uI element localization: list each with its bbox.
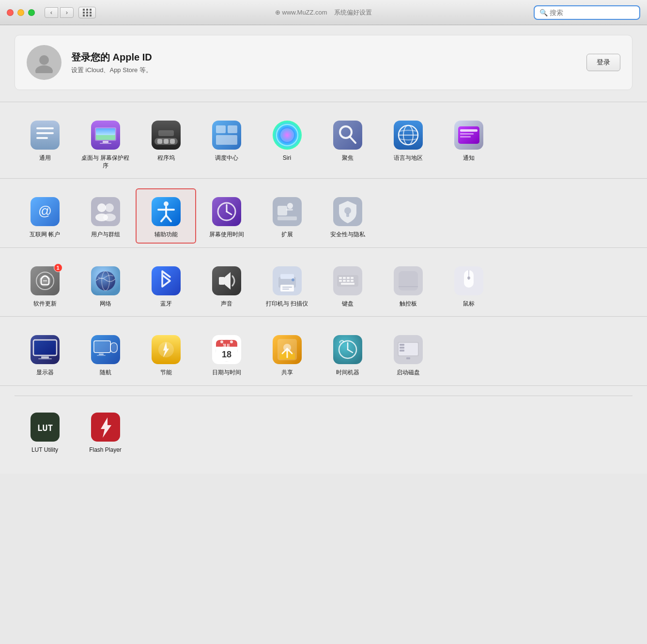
icon-wrapper-mission-control — [211, 120, 242, 151]
apple-id-subtitle: 设置 iCloud、App Store 等。 — [71, 66, 152, 75]
svg-rect-88 — [347, 280, 350, 282]
icon-item-energy[interactable]: 节能 — [136, 326, 196, 382]
icon-item-flash-player[interactable]: Flash Player — [75, 404, 136, 459]
svg-text:JUL: JUL — [222, 343, 231, 349]
back-button[interactable]: ‹ — [45, 7, 58, 18]
svg-rect-34 — [458, 126, 479, 144]
icon-item-siri[interactable]: Siri — [257, 112, 317, 174]
maximize-button[interactable] — [28, 9, 35, 16]
icon-wrapper-keyboard — [332, 265, 363, 296]
svg-rect-109 — [97, 355, 106, 356]
minimize-button[interactable] — [17, 9, 24, 16]
svg-rect-78 — [282, 287, 292, 288]
svg-rect-62 — [346, 213, 349, 217]
icon-wrapper-extensions — [272, 196, 303, 227]
forward-button[interactable]: › — [60, 7, 74, 18]
svg-rect-79 — [282, 289, 289, 290]
icon-item-extensions[interactable]: 扩展 — [257, 188, 317, 244]
icon-wrapper-notifications — [453, 120, 484, 151]
svg-rect-100 — [34, 341, 56, 354]
search-input[interactable] — [550, 9, 634, 16]
icon-item-trackpad[interactable]: 触控板 — [378, 258, 438, 313]
icon-label-keyboard: 键盘 — [342, 300, 354, 308]
signin-button[interactable]: 登录 — [586, 54, 620, 71]
svg-point-120 — [230, 340, 233, 343]
icon-label-trackpad: 触控板 — [400, 300, 417, 308]
icon-item-software-update[interactable]: 1软件更新 — [15, 258, 75, 313]
titlebar: ‹ › ⊕ www.MuZZ.com 系统偏好设置 🔍 — [0, 0, 647, 25]
icon-item-security[interactable]: 安全性与隐私 — [317, 188, 378, 244]
svg-rect-17 — [170, 139, 175, 144]
svg-rect-59 — [277, 216, 297, 220]
main-content: 登录您的 Apple ID 设置 iCloud、App Store 等。 登录 … — [0, 25, 647, 474]
divider-3 — [0, 247, 647, 248]
grid-icon — [83, 9, 92, 16]
search-box[interactable]: 🔍 — [534, 5, 640, 20]
icon-item-users-groups[interactable]: 用户与群组 — [75, 188, 136, 244]
divider-2 — [0, 178, 647, 179]
svg-rect-105 — [95, 342, 109, 352]
svg-rect-10 — [96, 128, 115, 135]
svg-rect-58 — [286, 209, 293, 211]
icon-label-datetime: 日期与时间 — [212, 369, 241, 377]
icon-label-software-update: 软件更新 — [33, 300, 57, 308]
svg-rect-20 — [216, 125, 226, 133]
icon-wrapper-security — [332, 196, 363, 227]
icon-item-lut-utility[interactable]: LUTLUT Utility — [15, 404, 75, 459]
icon-item-network[interactable]: 网络 — [75, 258, 136, 313]
icon-item-bluetooth[interactable]: 蓝牙 — [136, 258, 196, 313]
icon-item-timemachine[interactable]: 时间机器 — [317, 326, 378, 382]
svg-rect-11 — [103, 141, 108, 143]
svg-rect-12 — [100, 143, 111, 144]
icon-item-spotlight[interactable]: 聚焦 — [317, 112, 378, 174]
icon-wrapper-displays — [30, 334, 61, 365]
icon-wrapper-accessibility — [151, 196, 182, 227]
svg-rect-134 — [400, 350, 404, 352]
svg-point-44 — [103, 214, 116, 221]
icon-item-printer[interactable]: 打印机与 扫描仪 — [257, 258, 317, 313]
icon-label-language: 语言与地区 — [394, 154, 423, 162]
svg-point-43 — [105, 203, 114, 212]
icon-wrapper-dock — [151, 120, 182, 151]
svg-rect-26 — [333, 121, 362, 150]
avatar-icon — [33, 52, 55, 73]
icon-wrapper-spotlight — [332, 120, 363, 151]
svg-rect-56 — [277, 206, 287, 215]
icon-item-dock[interactable]: 程序坞 — [136, 112, 196, 174]
third-party-section: LUTLUT UtilityFlash Player — [15, 396, 632, 459]
icon-wrapper-mouse — [453, 265, 484, 296]
apple-id-text: 登录您的 Apple ID 设置 iCloud、App Store 等。 — [71, 51, 152, 75]
icon-item-general[interactable]: 通用 — [15, 112, 75, 174]
svg-rect-36 — [460, 133, 474, 135]
grid-view-button[interactable] — [78, 7, 96, 18]
icon-label-internet: 互联网 帐户 — [30, 231, 60, 239]
icon-item-language[interactable]: 语言与地区 — [378, 112, 438, 174]
svg-rect-84 — [347, 277, 350, 279]
svg-rect-35 — [460, 129, 478, 132]
icon-item-internet[interactable]: @互联网 帐户 — [15, 188, 75, 244]
icon-item-startup[interactable]: 启动磁盘 — [378, 326, 438, 382]
icon-wrapper-network — [90, 265, 121, 296]
icon-wrapper-printer — [272, 265, 303, 296]
icon-item-sidecar[interactable]: 随航 — [75, 326, 136, 382]
icon-label-mouse: 鼠标 — [463, 300, 475, 308]
icon-label-notifications: 通知 — [463, 154, 475, 162]
icon-label-network: 网络 — [100, 300, 111, 308]
icon-item-keyboard[interactable]: 键盘 — [317, 258, 378, 313]
icon-item-notifications[interactable]: 通知 — [438, 112, 499, 174]
icon-item-datetime[interactable]: JUL18日期与时间 — [196, 326, 257, 382]
close-button[interactable] — [7, 9, 14, 16]
icon-item-accessibility[interactable]: 辅助功能 — [136, 188, 196, 244]
svg-rect-89 — [351, 280, 354, 282]
icon-wrapper-sound — [211, 265, 242, 296]
icon-item-mouse[interactable]: 鼠标 — [438, 258, 499, 313]
svg-rect-21 — [228, 125, 237, 133]
icon-item-mission-control[interactable]: 调度中心 — [196, 112, 257, 174]
section-4: 显示器随航节能JUL18日期与时间共享时间机器启动磁盘 — [15, 326, 632, 382]
svg-rect-18 — [158, 130, 174, 136]
icon-item-sound[interactable]: 声音 — [196, 258, 257, 313]
icon-item-displays[interactable]: 显示器 — [15, 326, 75, 382]
icon-item-desktop-screensaver[interactable]: 桌面与 屏幕保护程序 — [75, 112, 136, 174]
icon-item-sharing[interactable]: 共享 — [257, 326, 317, 382]
icon-item-screen-time[interactable]: 屏幕使用时间 — [196, 188, 257, 244]
